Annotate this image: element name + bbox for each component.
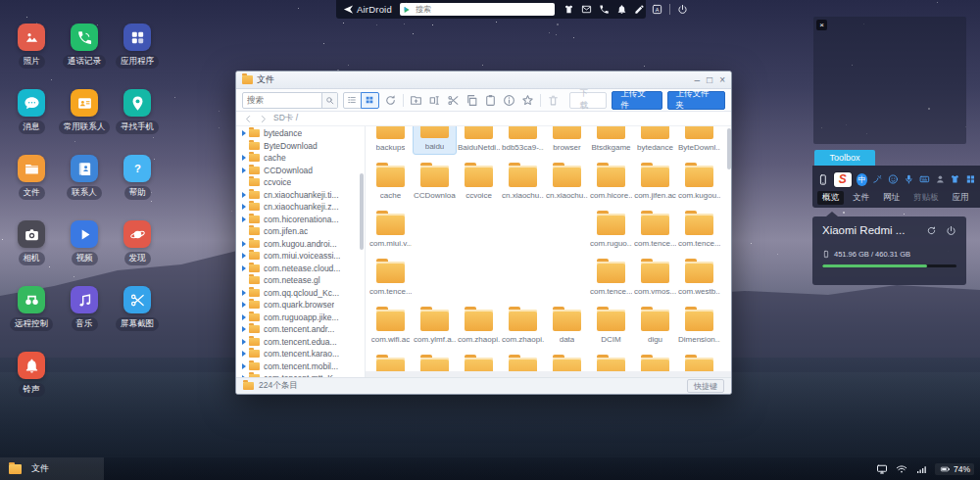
a-box-icon[interactable]: A <box>652 4 662 15</box>
grid-item[interactable]: data <box>545 299 589 347</box>
taskbar-item-files[interactable]: 文件 <box>0 457 104 480</box>
grid-item[interactable]: Dimension... <box>677 299 721 347</box>
search-icon[interactable] <box>321 93 337 108</box>
desktop-icon-apps[interactable]: 应用程序 <box>116 24 159 89</box>
expand-arrow-icon[interactable] <box>242 363 249 369</box>
refresh-device-icon[interactable] <box>926 225 937 236</box>
power-icon[interactable] <box>677 4 688 15</box>
tree-item[interactable]: com.tencent.andr... <box>236 323 365 336</box>
chinese-input-icon[interactable]: 中 <box>857 173 868 186</box>
tree-item[interactable]: bytedance <box>236 127 365 140</box>
desktop-icon-files[interactable]: 文件 <box>18 155 45 220</box>
expand-arrow-icon[interactable] <box>242 216 249 222</box>
expand-arrow-icon[interactable] <box>242 192 249 198</box>
shortcut-keys-button[interactable]: 快捷键 <box>687 379 724 393</box>
forward-icon[interactable] <box>259 115 268 123</box>
expand-arrow-icon[interactable] <box>242 375 249 377</box>
breadcrumb[interactable]: SD卡 / <box>273 113 298 124</box>
grid-item[interactable]: com.jifen.ac <box>633 155 677 203</box>
tree-item[interactable]: cn.xiaochuankeji.ti... <box>236 189 365 202</box>
expand-arrow-icon[interactable] <box>242 241 249 247</box>
info-icon[interactable] <box>503 94 515 107</box>
delete-icon[interactable] <box>547 94 560 107</box>
toolbox-tab-文件[interactable]: 文件 <box>848 191 874 205</box>
expand-arrow-icon[interactable] <box>242 265 249 271</box>
desktop-icon-help[interactable]: ? 帮助 <box>123 155 151 220</box>
upload-file-button[interactable]: 上传文件 <box>612 91 662 110</box>
desktop-icon-videos[interactable]: 视频 <box>71 220 98 286</box>
grid-item[interactable]: com.tence... <box>368 251 413 299</box>
grid-item[interactable]: com.tence... <box>589 251 633 299</box>
grid-item[interactable]: com.westb... <box>677 251 721 299</box>
tree-item[interactable]: com.ruguoapp.jike... <box>236 312 365 324</box>
refresh-icon[interactable] <box>384 94 397 107</box>
device-power-icon[interactable] <box>946 225 956 236</box>
grid-item[interactable]: cache <box>368 155 413 203</box>
expand-arrow-icon[interactable] <box>242 351 249 357</box>
new-folder-icon[interactable] <box>410 94 422 107</box>
expand-arrow-icon[interactable] <box>242 290 249 296</box>
grid-item[interactable]: cn.xiaochu... <box>501 155 545 203</box>
grid-item[interactable]: digu <box>633 299 677 347</box>
skin-icon[interactable] <box>950 173 960 185</box>
toolbox-tab-应用[interactable]: 应用 <box>948 191 974 205</box>
grid-item[interactable]: ccvoice <box>457 155 501 203</box>
grid-item[interactable]: com.kugou... <box>677 155 721 203</box>
download-button[interactable]: 下载 <box>569 92 608 109</box>
tree-item[interactable]: com.quark.browser <box>236 299 365 312</box>
grid-view-icon[interactable] <box>361 92 379 109</box>
emoji-icon[interactable] <box>888 173 899 185</box>
preview-close-button[interactable]: × <box>816 20 827 30</box>
grid-item[interactable]: com.vmos... <box>633 251 677 299</box>
grid-item[interactable]: com.tence... <box>633 203 677 251</box>
tree-item[interactable]: ccvoice <box>236 176 365 189</box>
toolbox-tab[interactable]: Toolbox <box>814 150 875 166</box>
tree-item[interactable]: com.tencent.mtt_K... <box>236 372 365 377</box>
phone-icon[interactable] <box>599 4 610 15</box>
tree-item[interactable]: com.hicorenationa... <box>236 214 365 226</box>
desktop-icon-photos[interactable]: 照片 <box>18 24 45 89</box>
topbar-search[interactable] <box>400 3 555 16</box>
grid-item[interactable]: BaiduNetdi... <box>457 126 501 155</box>
close-button[interactable]: × <box>719 75 725 85</box>
expand-arrow-icon[interactable] <box>242 130 249 136</box>
desktop-icon-ringtones[interactable]: 铃声 <box>18 352 45 417</box>
back-icon[interactable] <box>244 115 253 123</box>
rename-icon[interactable] <box>428 94 441 107</box>
grid-item[interactable]: Btsdkgame <box>589 126 633 155</box>
grid-item[interactable]: backups <box>368 126 413 155</box>
grid-item[interactable]: com.tence... <box>677 203 721 251</box>
keyboard-icon[interactable] <box>919 173 930 185</box>
tree-scrollbar[interactable] <box>360 173 364 250</box>
grid-item[interactable]: com.zhaopi... <box>501 299 545 347</box>
expand-arrow-icon[interactable] <box>242 339 249 345</box>
expand-arrow-icon[interactable] <box>242 326 249 332</box>
tree-item[interactable]: cache <box>236 152 365 165</box>
apps-grid-icon[interactable] <box>965 173 976 185</box>
tree-item[interactable]: com.tencent.mobil... <box>236 360 365 373</box>
tshirt-icon[interactable] <box>564 4 574 15</box>
grid-item[interactable]: bytedance <box>633 126 677 155</box>
expand-arrow-icon[interactable] <box>242 314 249 320</box>
favorite-icon[interactable] <box>521 94 534 107</box>
voice-icon[interactable] <box>904 173 914 185</box>
phone-icon[interactable] <box>817 173 829 186</box>
tree-item[interactable]: ByteDownload <box>236 140 365 153</box>
contact-icon[interactable] <box>935 173 946 185</box>
grid-item[interactable]: bdb53ca9-... <box>501 126 545 155</box>
handwriting-icon[interactable] <box>872 173 883 185</box>
list-view-icon[interactable] <box>343 92 362 109</box>
cut-icon[interactable] <box>447 94 460 107</box>
window-titlebar[interactable]: 文件 – □ × <box>236 72 731 89</box>
desktop-icon-screenshot[interactable]: 屏幕截图 <box>116 286 159 352</box>
tree-item[interactable]: com.tencent.edua... <box>236 336 365 349</box>
maximize-button[interactable]: □ <box>707 75 712 85</box>
tree-item[interactable]: com.jifen.ac <box>236 225 365 238</box>
file-search[interactable] <box>242 92 338 109</box>
minimize-button[interactable]: – <box>695 75 701 85</box>
tree-item[interactable]: CCDownload <box>236 165 365 177</box>
grid-item[interactable]: com.ylmf.a... <box>413 299 457 347</box>
sogou-input-icon[interactable]: S <box>834 172 852 187</box>
expand-arrow-icon[interactable] <box>242 302 249 308</box>
grid-item[interactable]: com.miui.v... <box>368 203 413 251</box>
